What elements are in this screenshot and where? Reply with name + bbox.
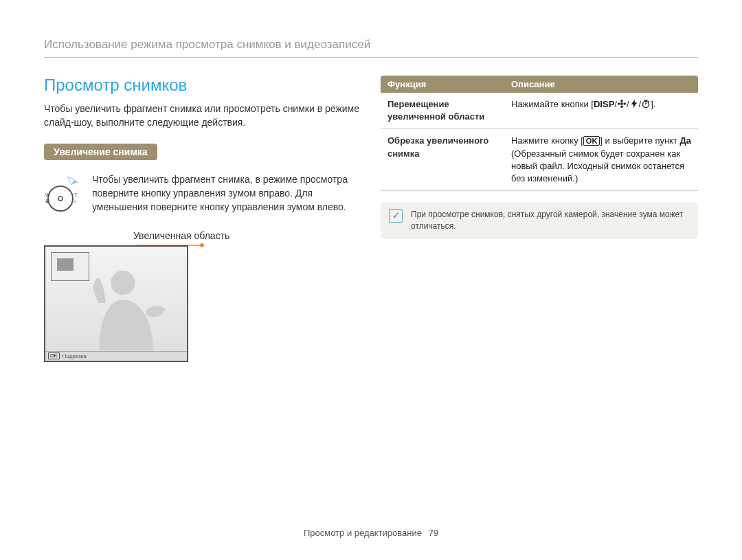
th-function: Функция (381, 76, 504, 93)
enlarged-area-label: Увеличенная область (133, 230, 361, 241)
function-table: Функция Описание Перемещение увеличенной… (381, 76, 698, 191)
section-title: Просмотр снимков (44, 76, 361, 95)
svg-point-10 (623, 102, 626, 105)
svg-text:⌕: ⌕ (74, 199, 77, 203)
svg-point-6 (620, 102, 623, 105)
ok-icon: OK (48, 352, 60, 359)
svg-point-1 (58, 197, 63, 201)
fn-crop: Обрезка увеличенного снимка (381, 129, 504, 191)
disp-button-label: DISP (594, 99, 614, 109)
table-row: Обрезка увеличенного снимка Нажмите кноп… (381, 129, 698, 191)
screen-bottom-bar: OK Подрезка (45, 351, 187, 361)
timer-icon (641, 99, 651, 109)
footer-section: Просмотр и редактирование (304, 528, 422, 538)
footer-page-number: 79 (429, 528, 438, 538)
svg-text:▣: ▣ (45, 199, 50, 203)
page-footer: Просмотр и редактирование 79 (0, 528, 742, 538)
desc-move-area: Нажимайте кнопки [DISP///]. (504, 93, 698, 129)
svg-point-0 (48, 186, 73, 211)
svg-point-9 (618, 102, 620, 105)
note-icon: ✓ (389, 209, 403, 223)
zoom-instruction: Чтобы увеличить фрагмент снимка, в режим… (92, 172, 361, 214)
camera-screen-preview: OK Подрезка (44, 245, 188, 362)
table-row: Перемещение увеличенной области Нажимайт… (381, 93, 698, 129)
flash-icon (629, 99, 639, 109)
sample-image-silhouette (45, 262, 187, 351)
subsection-pill: Увеличение снимка (44, 144, 157, 160)
crop-bar-label: Подрезка (63, 353, 87, 359)
fn-move-area: Перемещение увеличенной области (381, 93, 504, 129)
dial-w-label: W (45, 192, 50, 197)
th-description: Описание (504, 76, 698, 93)
ok-button-label: OK (583, 136, 600, 146)
desc-crop: Нажмите кнопку [OK] и выберите пункт Да … (504, 129, 698, 191)
zoom-dial-icon: W ▣ T ⌕ (44, 172, 81, 222)
note-box: ✓ При просмотре снимков, снятых другой к… (381, 202, 698, 239)
svg-point-4 (200, 243, 204, 247)
svg-point-7 (620, 100, 623, 102)
svg-point-5 (111, 271, 135, 295)
note-text: При просмотре снимков, снятых другой кам… (411, 209, 690, 232)
flower-icon (617, 99, 627, 109)
svg-point-8 (620, 105, 623, 108)
dial-t-label: T (74, 192, 78, 197)
intro-text: Чтобы увеличить фрагмент снимка или прос… (44, 102, 361, 130)
breadcrumb: Использование режима просмотра снимков и… (44, 38, 698, 58)
